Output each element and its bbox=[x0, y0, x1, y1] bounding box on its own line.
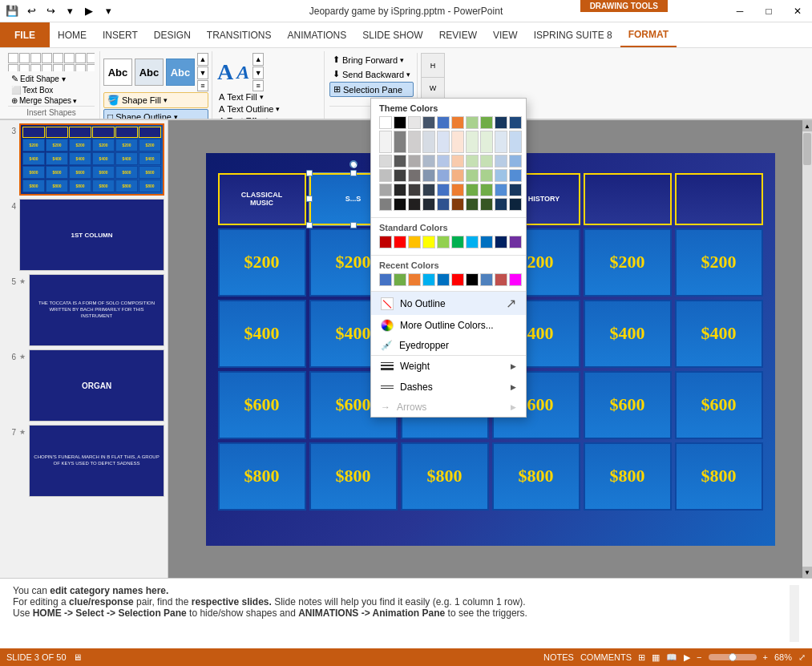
shape-tri-icon[interactable] bbox=[64, 53, 75, 63]
swatch-tc-25[interactable] bbox=[437, 131, 450, 153]
std-red2[interactable] bbox=[394, 236, 406, 248]
std-green[interactable] bbox=[451, 236, 464, 248]
dashes-item[interactable]: Dashes ▶ bbox=[371, 377, 526, 398]
home-menu[interactable]: HOME bbox=[50, 22, 95, 47]
view-reading-icon[interactable]: 📖 bbox=[666, 652, 677, 663]
view-normal-icon[interactable]: ⊞ bbox=[638, 652, 645, 663]
cell-200-6[interactable]: $200 bbox=[675, 228, 763, 297]
view-present-icon[interactable]: ▶ bbox=[684, 652, 690, 663]
swatch-tc-56[interactable] bbox=[451, 184, 464, 196]
shape-scrib-icon[interactable] bbox=[75, 64, 86, 71]
swatch-tc-38[interactable] bbox=[480, 155, 493, 168]
shape-lasso-icon[interactable] bbox=[19, 53, 30, 63]
text-outline-btn[interactable]: A Text Outline ▾ bbox=[217, 103, 319, 115]
handle-ml[interactable] bbox=[306, 196, 313, 202]
swatch-tc-210[interactable] bbox=[509, 131, 522, 153]
swatch-w1[interactable] bbox=[379, 116, 392, 129]
swatch-orange[interactable] bbox=[451, 116, 464, 129]
customize-btn[interactable]: ▾ bbox=[61, 2, 79, 20]
std-ltgreen[interactable] bbox=[437, 236, 450, 248]
swatch-tc-46[interactable] bbox=[451, 169, 464, 182]
text-box-btn[interactable]: ⬜ Text Box bbox=[8, 85, 56, 95]
swatch-b1[interactable] bbox=[394, 116, 406, 129]
swatch-tc-31[interactable] bbox=[379, 155, 392, 168]
swatch-tc-47[interactable] bbox=[466, 169, 479, 182]
shape-line-icon[interactable] bbox=[53, 64, 63, 71]
swatch-tc-42[interactable] bbox=[394, 169, 406, 182]
swatch-dkblue[interactable] bbox=[495, 116, 507, 129]
rec-10[interactable] bbox=[509, 273, 522, 286]
slide-thumb-5[interactable]: 5 ★ THE TOCCATA IS A FORM OF SOLO COMPOS… bbox=[3, 274, 164, 346]
swatch-tc-22[interactable] bbox=[394, 131, 406, 153]
swatch-tc-55[interactable] bbox=[437, 184, 450, 196]
shape-rt-icon[interactable] bbox=[75, 53, 86, 63]
cell-400-1[interactable]: $400 bbox=[218, 300, 306, 368]
cell-800-1[interactable]: $800 bbox=[218, 442, 306, 511]
shape-oval-icon[interactable] bbox=[53, 53, 63, 63]
undo-btn[interactable]: ↩ bbox=[22, 2, 40, 20]
swatch-tc-610[interactable] bbox=[509, 198, 522, 211]
rec-7[interactable] bbox=[466, 273, 479, 286]
style-more[interactable]: ≡ bbox=[197, 80, 208, 91]
slide-img-6[interactable]: ORGAN bbox=[29, 349, 164, 422]
swatch-tc-35[interactable] bbox=[437, 155, 450, 168]
edit-shape-btn[interactable]: ✎ Edit Shape ▾ bbox=[8, 73, 69, 85]
std-blue[interactable] bbox=[480, 236, 493, 248]
style-box-3[interactable]: Abc bbox=[166, 59, 195, 86]
rec-1[interactable] bbox=[379, 273, 392, 286]
rec-3[interactable] bbox=[408, 273, 421, 286]
wordart-scroll-down[interactable]: ▼ bbox=[252, 67, 264, 79]
slide-img-5[interactable]: THE TOCCATA IS A FORM OF SOLO COMPOSITIO… bbox=[29, 274, 164, 346]
header-classical[interactable]: CLASSICALMUSIC bbox=[218, 173, 306, 225]
zoom-in-icon[interactable]: + bbox=[763, 652, 768, 662]
handle-tc[interactable] bbox=[350, 170, 357, 176]
review-menu[interactable]: REVIEW bbox=[431, 22, 485, 47]
bring-forward-btn[interactable]: ⬆ Bring Forward ▾ bbox=[329, 53, 414, 67]
shape-diam-icon[interactable] bbox=[19, 64, 30, 71]
swatch-tc-410[interactable] bbox=[509, 169, 522, 182]
swatch-blue[interactable] bbox=[437, 116, 450, 129]
swatch-tc-34[interactable] bbox=[422, 155, 435, 168]
scroll-down-btn[interactable]: ▼ bbox=[802, 567, 812, 578]
cell-800-4[interactable]: $800 bbox=[492, 442, 580, 511]
swatch-tc-49[interactable] bbox=[495, 169, 507, 182]
swatch-tc-66[interactable] bbox=[451, 198, 464, 211]
shape-more-icon[interactable] bbox=[87, 64, 95, 71]
qa-dropdown-btn[interactable]: ▾ bbox=[99, 2, 117, 20]
swatch-tc-510[interactable] bbox=[509, 184, 522, 196]
swatch-tc-27[interactable] bbox=[466, 131, 479, 153]
file-menu[interactable]: FILE bbox=[0, 22, 50, 47]
cell-600-1[interactable]: $600 bbox=[218, 371, 306, 439]
send-backward-btn[interactable]: ⬇ Send Backward ▾ bbox=[329, 67, 414, 81]
handle-tl[interactable] bbox=[306, 170, 313, 176]
std-red1[interactable] bbox=[379, 236, 392, 248]
wordart-more[interactable]: ≡ bbox=[252, 80, 264, 91]
send-backward-caret[interactable]: ▾ bbox=[406, 71, 410, 79]
swatch-tc-63[interactable] bbox=[408, 198, 421, 211]
rec-2[interactable] bbox=[394, 273, 406, 286]
style-box-1[interactable]: Abc bbox=[103, 59, 132, 86]
std-yellow[interactable] bbox=[422, 236, 435, 248]
swatch-tc-59[interactable] bbox=[495, 184, 507, 196]
weight-item[interactable]: Weight ▶ bbox=[371, 356, 526, 377]
swatch-tc-65[interactable] bbox=[437, 198, 450, 211]
std-orange[interactable] bbox=[408, 236, 421, 248]
std-purple[interactable] bbox=[509, 236, 522, 248]
view-menu[interactable]: VIEW bbox=[485, 22, 526, 47]
scroll-up-btn[interactable]: ▲ bbox=[802, 120, 812, 131]
swatch-g1[interactable] bbox=[408, 116, 421, 129]
shape-fill-btn[interactable]: 🪣 Shape Fill ▾ bbox=[103, 92, 208, 108]
rec-4[interactable] bbox=[422, 273, 435, 286]
handle-bl[interactable] bbox=[306, 222, 313, 228]
swatch-tc-310[interactable] bbox=[509, 155, 522, 168]
swatch-db[interactable] bbox=[422, 116, 435, 129]
swatch-tc-54[interactable] bbox=[422, 184, 435, 196]
cell-400-6[interactable]: $400 bbox=[675, 300, 763, 368]
cell-800-6[interactable]: $800 bbox=[675, 442, 763, 511]
shape-trap-icon[interactable] bbox=[8, 64, 18, 71]
size-spinner[interactable]: H W bbox=[421, 53, 445, 101]
swatch-green[interactable] bbox=[480, 116, 493, 129]
eyedropper-item[interactable]: 💉 Eyedropper bbox=[371, 336, 526, 355]
swatch-tc-68[interactable] bbox=[480, 198, 493, 211]
swatch-tc-64[interactable] bbox=[422, 198, 435, 211]
